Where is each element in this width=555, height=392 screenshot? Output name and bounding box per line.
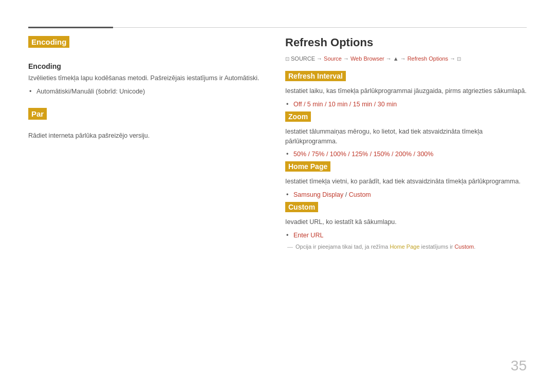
home-page-section: Home Page Iestatiet tīmekļa vietni, ko p…: [285, 161, 527, 200]
par-section: Par Rādiet interneta pārlūka pašreizējo …: [28, 108, 265, 141]
custom-body: Ievadiet URL, ko iestatīt kā sākumlapu.: [285, 217, 527, 227]
encoding-section: Encoding Encoding Izvēlieties tīmekļa la…: [28, 36, 265, 97]
par-heading: Par: [28, 108, 47, 120]
par-body: Rādiet interneta pārlūka pašreizējo vers…: [28, 131, 265, 141]
main-heading: Refresh Options: [285, 36, 527, 49]
custom-heading: Custom: [285, 202, 318, 212]
bc-arrow4: →: [400, 55, 406, 62]
left-column: Encoding Encoding Izvēlieties tīmekļa la…: [28, 36, 265, 253]
refresh-interval-heading: Refresh Interval: [285, 71, 346, 81]
breadcrumb: ⊡ SOURCE → Source → Web Browser → ▲ → Re…: [285, 55, 527, 62]
bc-arrow3: →: [386, 55, 392, 62]
bc-arrow2: →: [343, 55, 349, 62]
home-page-body: Iestatiet tīmekļa vietni, ko parādīt, ka…: [285, 177, 527, 186]
bc-end-icon: ⊡: [457, 56, 461, 62]
refresh-interval-body: Iestatiet laiku, kas tīmekļa pārlūkprogr…: [285, 86, 527, 96]
bc-source-icon: ⊡: [285, 56, 289, 62]
custom-section: Custom Ievadiet URL, ko iestatīt kā sāku…: [285, 202, 527, 251]
bc-arrow5: →: [450, 55, 455, 62]
zoom-body: Iestatiet tālummaiņas mērogu, ko lietot,…: [285, 127, 527, 146]
encoding-title: Encoding: [28, 62, 265, 70]
zoom-options: 50% / 75% / 100% / 125% / 150% / 200% / …: [285, 149, 527, 159]
right-column: Refresh Options ⊡ SOURCE → Source → Web …: [285, 36, 527, 253]
custom-options: Enter URL: [285, 230, 527, 240]
zoom-heading: Zoom: [285, 111, 311, 122]
bc-arrow1: →: [317, 55, 322, 62]
refresh-interval-options: Off / 5 min / 10 min / 15 min / 30 min: [285, 99, 527, 109]
bc-triangle: ▲: [393, 55, 399, 62]
refresh-interval-section: Refresh Interval Iestatiet laiku, kas tī…: [285, 71, 527, 109]
bc-source: SOURCE: [291, 55, 315, 62]
encoding-option-item: Automātiski/Manuāli (šobrīd: Unicode): [36, 86, 265, 97]
home-page-heading: Home Page: [285, 161, 330, 172]
bc-web-browser: Web Browser: [350, 55, 384, 62]
custom-option-item: Enter URL: [293, 230, 527, 240]
home-page-option-item: Samsung Display / Custom: [293, 190, 527, 200]
zoom-section: Zoom Iestatiet tālummaiņas mērogu, ko li…: [285, 111, 527, 160]
refresh-interval-option-item: Off / 5 min / 10 min / 15 min / 30 min: [293, 99, 527, 109]
custom-note: Opcija ir pieejama tikai tad, ja režīma …: [285, 242, 527, 251]
encoding-heading: Encoding: [28, 36, 69, 48]
bc-source-label: Source: [324, 55, 342, 62]
page-number: 35: [511, 358, 527, 374]
bc-refresh-options: Refresh Options: [408, 55, 448, 62]
zoom-option-item: 50% / 75% / 100% / 125% / 150% / 200% / …: [293, 149, 527, 159]
encoding-options: Automātiski/Manuāli (šobrīd: Unicode): [28, 86, 265, 97]
home-page-options: Samsung Display / Custom: [285, 190, 527, 200]
encoding-body: Izvēlieties tīmekļa lapu kodēšanas metod…: [28, 73, 265, 83]
